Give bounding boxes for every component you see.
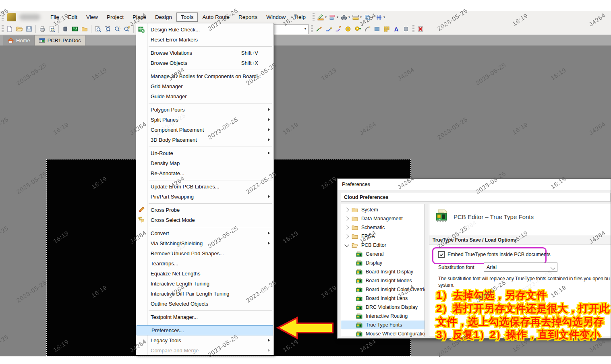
tree-item-data-management[interactable]: Data Management xyxy=(341,214,425,223)
tree-item-pcb-editor[interactable]: PCB Editor xyxy=(341,241,425,250)
menu-item-interactive-diff-pair-length-tuning[interactable]: Interactive Diff Pair Length Tuning xyxy=(136,289,273,299)
tree-item-interactive-routing[interactable]: Interactive Routing xyxy=(341,312,425,321)
menu-item-design-rule-check[interactable]: Design Rule Check... xyxy=(136,25,273,35)
diff-pair-route-icon[interactable] xyxy=(333,24,343,34)
menu-item-remove-unused-pad-shapes[interactable]: Remove Unused Pad Shapes... xyxy=(136,248,273,259)
place-fill-icon[interactable] xyxy=(372,24,382,34)
embed-fonts-checkbox[interactable] xyxy=(438,251,445,258)
tree-item-true-type-fonts[interactable]: True Type Fonts xyxy=(341,321,425,329)
expand-arrow-icon[interactable] xyxy=(344,216,349,221)
align-tool-icon[interactable] xyxy=(327,12,337,22)
toolbar-grip[interactable] xyxy=(2,13,4,21)
place-array-icon[interactable] xyxy=(382,24,391,34)
menu-item-browse-objects[interactable]: Browse ObjectsShift+X xyxy=(136,58,273,68)
menu-item-via-stitching-shielding[interactable]: Via Stitching/Shielding xyxy=(136,238,273,248)
menubar-item-edit[interactable]: Edit xyxy=(64,12,82,22)
dropdown-caret-icon[interactable]: ▾ xyxy=(360,15,362,19)
cancel-route-icon[interactable] xyxy=(416,24,425,34)
collapse-arrow-icon[interactable] xyxy=(344,242,349,247)
place-track-icon[interactable] xyxy=(314,24,324,34)
tree-item-mouse-wheel-configuration[interactable]: Mouse Wheel Configuration xyxy=(341,329,425,337)
view-3d-icon[interactable] xyxy=(60,24,70,34)
menubar-item-help[interactable]: Help xyxy=(290,12,310,22)
menu-item-grid-manager[interactable]: Grid Manager xyxy=(136,81,273,91)
place-string-icon[interactable] xyxy=(391,24,401,34)
menu-item-guide-manager[interactable]: Guide Manager xyxy=(136,91,273,101)
menubar-item-design[interactable]: Design xyxy=(151,12,176,22)
dropdown-caret-icon[interactable]: ▾ xyxy=(348,15,350,19)
dropdown-caret-icon[interactable]: ▾ xyxy=(304,27,306,31)
dropdown-caret-icon[interactable]: ▾ xyxy=(383,15,385,19)
menu-item-3d-body-placement[interactable]: 3D Body Placement xyxy=(136,135,273,145)
toolbar-grip[interactable] xyxy=(412,25,414,33)
save-icon[interactable] xyxy=(24,24,34,34)
menu-item-polygon-pours[interactable]: Polygon Pours xyxy=(136,105,273,115)
menu-item-equalize-net-lengths[interactable]: Equalize Net Lengths xyxy=(136,269,273,279)
print-preview-icon[interactable] xyxy=(47,24,57,34)
menubar-item-reports[interactable]: Reports xyxy=(234,12,262,22)
find-similar-icon[interactable] xyxy=(339,12,349,22)
room-tool-icon[interactable] xyxy=(362,12,372,22)
menu-item-interactive-length-tuning[interactable]: Interactive Length Tuning xyxy=(136,279,273,289)
menu-item-manage-3d-bodies-for-components-on-board[interactable]: Manage 3D Bodies for Components on Board… xyxy=(136,71,273,81)
toolbar-grip[interactable] xyxy=(311,25,313,33)
substitution-font-select[interactable]: Arial xyxy=(484,263,557,272)
zoom-selected-icon[interactable] xyxy=(112,24,122,34)
menu-item-teardrops[interactable]: Teardrops... xyxy=(136,259,273,269)
dropdown-caret-icon[interactable]: ▾ xyxy=(325,15,327,19)
tree-item-drc-violations-display[interactable]: DRC Violations Display xyxy=(341,303,425,312)
menu-item-reset-error-markers[interactable]: Reset Error Markers xyxy=(136,35,273,45)
zoom-document-icon[interactable] xyxy=(93,24,103,34)
project-folder-icon[interactable] xyxy=(80,24,89,34)
menubar-item-project[interactable]: Project xyxy=(102,12,128,22)
menu-item-component-placement[interactable]: Component Placement xyxy=(136,125,273,135)
dropdown-caret-icon[interactable]: ▾ xyxy=(372,15,373,19)
tree-item-board-insight-lens[interactable]: Board Insight Lens xyxy=(341,294,425,303)
tab-home[interactable]: Home xyxy=(3,35,34,46)
tree-item-board-insight-modes[interactable]: Board Insight Modes xyxy=(341,276,425,285)
expand-arrow-icon[interactable] xyxy=(344,234,349,238)
zoom-area-icon[interactable] xyxy=(103,24,112,34)
menu-item-outline-selected-objects[interactable]: Outline Selected Objects xyxy=(136,299,273,309)
tree-item-display[interactable]: Display xyxy=(341,259,425,267)
tree-item-schematic[interactable]: Schematic xyxy=(341,223,425,232)
menu-item-density-map[interactable]: Density Map xyxy=(136,158,273,168)
tree-item-board-insight-color-overrid[interactable]: Board Insight Color Overrid xyxy=(341,285,425,294)
tree-item-system[interactable]: System xyxy=(341,205,425,214)
menu-item-testpoint-manager[interactable]: Testpoint Manager... xyxy=(136,312,273,322)
menu-item-update-from-pcb-libraries[interactable]: Update From PCB Libraries... xyxy=(136,182,273,192)
toolbar-grip[interactable] xyxy=(313,13,315,21)
menubar-item-file[interactable]: File xyxy=(46,12,64,22)
menu-item-convert[interactable]: Convert xyxy=(136,228,273,238)
menu-item-legacy-tools[interactable]: Legacy Tools xyxy=(136,335,273,345)
cloud-preferences-bar[interactable]: Cloud Preferences xyxy=(341,193,611,202)
menu-item-pin-part-swapping[interactable]: Pin/Part Swapping xyxy=(136,192,273,202)
toolbar-grip[interactable] xyxy=(2,25,4,33)
menu-item-preferences[interactable]: Preferences... xyxy=(137,325,273,335)
menu-item-re-annotate[interactable]: Re-Annotate... xyxy=(136,168,273,178)
print-icon[interactable] xyxy=(37,24,47,34)
tree-item-fpga[interactable]: FPGA xyxy=(341,232,425,241)
open-document-icon[interactable] xyxy=(14,24,24,34)
tree-item-general[interactable]: General xyxy=(341,250,425,259)
expand-arrow-icon[interactable] xyxy=(344,225,349,230)
new-document-icon[interactable] xyxy=(5,24,14,34)
zoom-filter-icon[interactable] xyxy=(122,24,132,34)
menu-item-split-planes[interactable]: Split Planes xyxy=(136,115,273,125)
tab-pcb1-pcbdoc[interactable]: PCB1.PcbDoc xyxy=(34,35,85,46)
place-pad-icon[interactable] xyxy=(343,24,353,34)
menubar-item-window[interactable]: Window xyxy=(262,12,290,22)
menu-item-un-route[interactable]: Un-Route xyxy=(136,148,273,158)
interactive-route-icon[interactable] xyxy=(324,24,333,34)
dropdown-caret-icon[interactable]: ▾ xyxy=(337,15,338,19)
menu-item-cross-select-mode[interactable]: Cross Select Mode xyxy=(136,215,273,225)
pcb-document-icon[interactable] xyxy=(70,24,80,34)
menubar-item-auto-route[interactable]: Auto Route xyxy=(198,12,234,22)
place-arc-icon[interactable] xyxy=(362,24,372,34)
tree-item-board-insight-display[interactable]: Board Insight Display xyxy=(341,267,425,276)
embed-fonts-checkbox-row[interactable]: Embed TrueType fonts inside PCB document… xyxy=(438,251,551,258)
menu-item-browse-violations[interactable]: Browse ViolationsShift+V xyxy=(136,48,273,58)
menu-item-cross-probe[interactable]: Cross Probe xyxy=(136,205,273,215)
grid-tool-icon[interactable] xyxy=(374,12,384,22)
layer-combobox[interactable]: ▾ xyxy=(274,24,309,34)
